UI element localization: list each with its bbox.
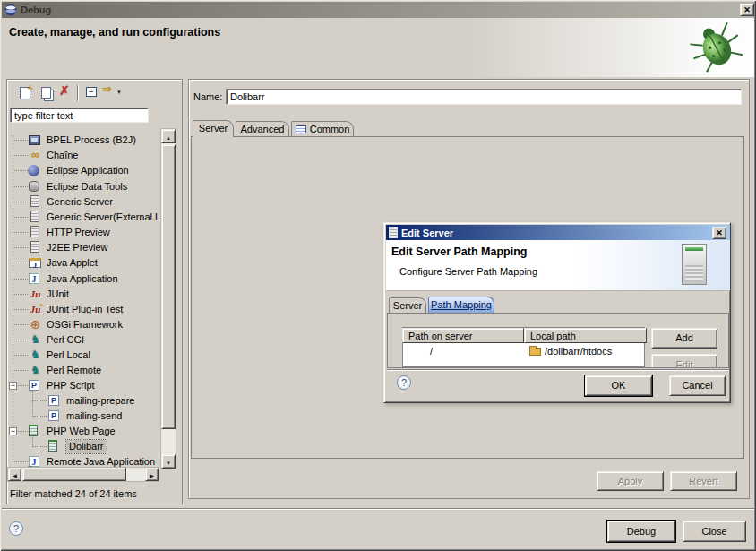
server-tower-icon — [682, 244, 707, 285]
osgi-icon — [29, 318, 42, 331]
tree-item-dolibarr[interactable]: Dolibarr — [7, 439, 159, 454]
edit-server-dialog: Edit Server ✕ Edit Server Path Mapping C… — [383, 222, 731, 403]
tree-item-perl-cgi[interactable]: Perl CGI — [7, 332, 159, 348]
apply-button[interactable]: Apply — [597, 471, 664, 491]
collapse-expander-icon[interactable]: − — [9, 382, 17, 390]
help-icon[interactable] — [9, 521, 23, 536]
tree-item-java-applet[interactable]: Java Applet — [7, 255, 159, 271]
tree-item-junit-plugin-test[interactable]: JUnit Plug-in Test — [7, 302, 159, 317]
tree-item-php-web-page[interactable]: −PHP Web Page — [7, 424, 159, 439]
debug-configuration-window: Debug ✕ Create, manage, and run configur… — [0, 0, 756, 551]
scroll-left-icon[interactable] — [8, 468, 21, 481]
chain-icon — [29, 149, 42, 162]
edit-server-title: Edit Server — [401, 228, 453, 238]
tree-item-junit[interactable]: JUnit — [7, 287, 159, 302]
debug-bug-icon — [683, 20, 749, 73]
eclipse-sphere-icon — [28, 165, 39, 176]
window-close-button[interactable]: ✕ — [740, 4, 754, 16]
path-mapping-pane: Path on server Local path / /dolibarr/ht… — [387, 313, 729, 368]
tree-item-generic-server[interactable]: Generic Server — [7, 194, 159, 210]
path-mapping-table: Path on server Local path / /dolibarr/ht… — [402, 327, 645, 367]
tree-item-chaine[interactable]: Chaîne — [7, 148, 159, 163]
revert-button[interactable]: Revert — [670, 471, 737, 491]
perl-icon — [29, 349, 42, 362]
bpel-process-icon — [29, 135, 40, 145]
tree-item-perl-local[interactable]: Perl Local — [7, 348, 159, 363]
scroll-right-icon[interactable] — [145, 468, 159, 481]
remote-java-icon — [29, 456, 39, 467]
column-header-path-on-server[interactable]: Path on server — [402, 328, 524, 343]
dialog-close-button[interactable]: ✕ — [712, 227, 726, 239]
php-icon — [48, 395, 59, 406]
folder-icon — [529, 348, 541, 356]
scroll-down-icon[interactable] — [161, 454, 176, 469]
cancel-button[interactable]: Cancel — [669, 375, 726, 396]
name-label: Name: — [193, 91, 222, 102]
tree-item-perl-remote[interactable]: Perl Remote — [7, 363, 159, 378]
tree-item-remote-java-application[interactable]: Remote Java Application — [7, 454, 159, 467]
tree-item-php-script[interactable]: −PHP Script — [7, 378, 159, 393]
tab-server[interactable]: Server — [193, 120, 234, 137]
tree-item-bpel-process[interactable]: BPEL Process (B2J) — [7, 133, 159, 148]
applet-icon — [29, 258, 41, 268]
header-banner: Create, manage, and run configurations — [2, 18, 754, 77]
tree-item-eclipse-application[interactable]: Eclipse Application — [7, 163, 159, 178]
server-icon — [30, 226, 39, 237]
filter-input[interactable] — [10, 108, 149, 123]
dialog-tab-path-mapping[interactable]: Path Mapping — [428, 297, 494, 313]
dialog-separator — [387, 369, 729, 371]
toolbar-separator — [77, 85, 79, 101]
dialog-heading: Edit Server Path Mapping — [391, 245, 527, 258]
java-icon — [29, 273, 39, 284]
cell-server-path[interactable]: / — [430, 344, 520, 359]
junit-plugin-icon — [29, 303, 42, 316]
filter-menu-caret-icon[interactable] — [116, 85, 133, 100]
tree-item-http-preview[interactable]: HTTP Preview — [7, 225, 159, 240]
filter-status: Filter matched 24 of 24 items — [10, 488, 137, 499]
cell-local-path[interactable]: /dolibarr/htdocs — [529, 344, 644, 359]
tab-common[interactable]: Common — [291, 121, 354, 136]
tab-advanced[interactable]: Advanced — [236, 121, 289, 136]
tree-vertical-scrollbar[interactable] — [160, 128, 176, 469]
column-header-local-path[interactable]: Local path — [524, 328, 647, 343]
collapse-all-icon[interactable] — [86, 87, 97, 97]
php-icon — [48, 410, 59, 421]
duplicate-configuration-icon[interactable] — [41, 87, 51, 99]
ok-button[interactable]: OK — [585, 375, 652, 396]
delete-configuration-icon[interactable] — [59, 83, 75, 99]
tree-item-java-application[interactable]: Java Application — [7, 271, 159, 287]
tree-item-mailing-send[interactable]: mailing-send — [7, 409, 159, 424]
server-icon — [30, 195, 39, 207]
dialog-subheading: Configure Server Path Mapping — [399, 266, 537, 277]
horizontal-scroll-thumb[interactable] — [22, 468, 126, 481]
banner-title: Create, manage, and run configurations — [9, 26, 220, 39]
tree-horizontal-scrollbar[interactable] — [7, 467, 159, 482]
name-input[interactable] — [226, 89, 742, 105]
tree-item-osgi-framework[interactable]: OSGi Framework — [7, 317, 159, 332]
tree-item-mailing-prepare[interactable]: mailing-prepare — [7, 393, 159, 409]
window-titlebar: Debug — [2, 2, 754, 18]
eclipse-logo-icon — [4, 4, 17, 16]
edit-server-header: Edit Server Path Mapping Configure Serve… — [386, 240, 730, 291]
tree-item-generic-server-external[interactable]: Generic Server(External La — [7, 210, 159, 225]
tree-item-j2ee-preview[interactable]: J2EE Preview — [7, 240, 159, 255]
edit-server-titlebar: Edit Server — [386, 225, 730, 240]
php-icon — [29, 380, 39, 391]
add-mapping-button[interactable]: Add — [651, 328, 717, 349]
footer-separator — [2, 508, 754, 510]
database-icon — [29, 181, 39, 192]
configuration-tree: BPEL Process (B2J) Chaîne Eclipse Applic… — [7, 126, 159, 467]
dialog-help-icon[interactable] — [397, 375, 411, 390]
dialog-tab-server[interactable]: Server — [389, 297, 426, 313]
vertical-scroll-thumb[interactable] — [161, 144, 176, 429]
common-tab-icon — [296, 125, 306, 133]
collapse-expander-icon[interactable]: − — [9, 427, 17, 435]
edit-mapping-button[interactable]: Edit — [651, 354, 717, 368]
server-icon — [30, 241, 39, 253]
new-configuration-icon[interactable] — [20, 87, 30, 99]
close-button[interactable]: Close — [683, 521, 746, 542]
scroll-up-icon[interactable] — [161, 129, 176, 143]
tree-item-eclipse-data-tools[interactable]: Eclipse Data Tools — [7, 179, 159, 194]
php-web-server-icon — [29, 425, 38, 436]
debug-button[interactable]: Debug — [607, 521, 675, 542]
